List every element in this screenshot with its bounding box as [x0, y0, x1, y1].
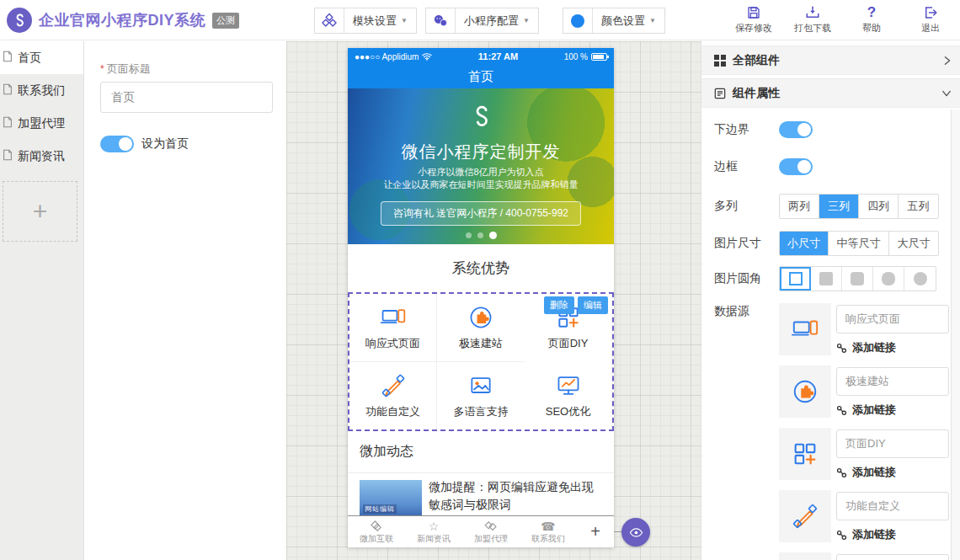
page-item-contact[interactable]: 联系我们	[0, 74, 83, 107]
caret-down-icon: ▼	[401, 17, 408, 24]
image-size-small-selected[interactable]: 小尺寸	[780, 232, 829, 255]
tab-contact[interactable]: ☎ 联系我们	[520, 516, 577, 547]
page-item-news[interactable]: 新闻资讯	[0, 140, 83, 173]
eye-icon	[629, 525, 643, 540]
clock-text: 11:27 AM	[478, 51, 518, 61]
all-components-header[interactable]: 全部组件	[701, 45, 960, 75]
grid-item-label: 页面DIY	[548, 336, 589, 351]
tab-agency[interactable]: 加盟代理	[462, 516, 520, 547]
radius-option-0-selected[interactable]	[780, 267, 811, 291]
datasource-row-clipped	[779, 552, 956, 560]
carousel-dot-active[interactable]	[489, 232, 497, 239]
page-diy-icon	[779, 428, 831, 480]
add-link-button[interactable]: 添加链接	[836, 403, 896, 418]
edit-component-button[interactable]: 编辑	[578, 296, 608, 314]
fast-build-icon	[467, 304, 494, 331]
datasource-title-input[interactable]	[836, 429, 949, 458]
radius-option-4[interactable]	[904, 267, 936, 291]
grid-item-label: 功能自定义	[365, 404, 420, 419]
add-link-button[interactable]: 添加链接	[836, 465, 896, 480]
tab-weijia[interactable]: 微加互联	[348, 516, 405, 547]
page-item-agency[interactable]: 加盟代理	[0, 107, 83, 140]
download-icon	[805, 4, 820, 20]
add-page-button[interactable]: +	[3, 181, 77, 242]
tab-label: 新闻资讯	[417, 533, 451, 545]
datasource-icon	[779, 552, 831, 560]
cubes-icon	[315, 8, 344, 33]
phone-nav-title: 首页	[468, 69, 493, 85]
phone-status-bar: ●●●○○ Applidium 11:27 AM 100 %	[348, 48, 614, 65]
columns-label: 多列	[714, 199, 779, 214]
delete-component-button[interactable]: 删除	[544, 296, 574, 314]
exit-button[interactable]: 退出	[908, 4, 953, 35]
datasource-title-input[interactable]	[836, 554, 949, 560]
exit-label: 退出	[921, 22, 940, 35]
advantages-grid-component-selected[interactable]: 删除 编辑 响应式页面	[348, 292, 614, 431]
hero-banner[interactable]: 微信小程序定制开发 小程序以微信8亿用户为切入点 让企业以及商家在短时间里实现提…	[348, 88, 614, 244]
tab-news[interactable]: ☆ 新闻资讯	[405, 516, 462, 547]
grid-item-fast-build[interactable]: 极速建站	[437, 294, 525, 362]
add-tab-button[interactable]: +	[577, 516, 614, 547]
caret-down-icon: ▼	[523, 17, 530, 24]
preview-button[interactable]	[621, 518, 650, 547]
image-size-large[interactable]: 大尺寸	[889, 232, 938, 255]
tab-label: 微加互联	[360, 533, 393, 545]
caret-down-icon: ▼	[649, 17, 656, 24]
panel-scrollbar[interactable]	[951, 109, 960, 560]
radius-option-2[interactable]	[842, 267, 873, 291]
image-size-medium[interactable]: 中等尺寸	[829, 232, 889, 255]
page-title-input[interactable]	[100, 82, 273, 113]
tags-icon	[484, 520, 498, 533]
set-home-toggle[interactable]	[100, 136, 134, 152]
page-item-home[interactable]: 首页	[0, 41, 83, 74]
hero-cta-pill[interactable]: 咨询有礼 送官网小程序 / 400-0755-992	[381, 201, 581, 226]
page-icon	[2, 116, 13, 131]
miniprogram-config-button[interactable]: 小程序配置 ▼	[425, 8, 539, 34]
color-settings-button[interactable]: 颜色设置 ▼	[563, 8, 665, 34]
grid-item-seo[interactable]: SEO优化	[525, 362, 612, 430]
brand: 企业官网小程序DIY系统 公测	[7, 8, 239, 33]
columns-option-4[interactable]: 四列	[859, 195, 899, 218]
workspace: 首页 联系我们 加盟代理 新闻资讯 +	[0, 41, 960, 560]
datasource-title-input[interactable]	[836, 367, 949, 396]
wifi-icon	[422, 52, 432, 61]
seo-icon	[555, 372, 582, 399]
border-toggle[interactable]	[779, 158, 813, 175]
save-icon	[746, 4, 761, 20]
page-icon	[2, 149, 13, 163]
add-link-button[interactable]: 添加链接	[836, 340, 896, 355]
save-button[interactable]: 保存修改	[731, 4, 776, 35]
grid-item-label: 响应式页面	[365, 336, 420, 351]
selection-actions: 删除 编辑	[544, 296, 608, 314]
help-button[interactable]: ? 帮助	[849, 4, 894, 35]
module-settings-button[interactable]: 模块设置 ▼	[314, 8, 417, 34]
radius-option-1[interactable]	[811, 267, 842, 291]
color-dot-icon	[563, 8, 593, 33]
download-label: 打包下载	[794, 22, 831, 35]
component-panel: 全部组件 组件属性 下边界 边框 多列	[701, 41, 960, 560]
datasource-label: 数据源	[714, 304, 749, 319]
grid-item-multilang[interactable]: 多语言支持	[437, 362, 525, 430]
columns-option-3-selected[interactable]: 三列	[819, 195, 859, 218]
download-button[interactable]: 打包下载	[790, 4, 835, 35]
datasource-row: 添加链接	[779, 365, 956, 418]
image-radius-label: 图片圆角	[714, 271, 779, 286]
carrier-text: ●●●○○ Applidium	[355, 52, 419, 61]
datasource-title-input[interactable]	[836, 305, 949, 333]
component-props-header[interactable]: 组件属性	[701, 78, 960, 108]
custom-function-icon	[380, 372, 407, 399]
diamonds-icon	[370, 520, 383, 533]
columns-option-2[interactable]: 两列	[780, 195, 819, 218]
grid-item-responsive[interactable]: 响应式页面	[349, 294, 437, 362]
radius-option-3[interactable]	[873, 267, 904, 291]
battery-text: 100 %	[564, 52, 588, 61]
add-link-button[interactable]: 添加链接	[836, 527, 896, 542]
wechat-icon	[426, 8, 456, 33]
carousel-dot[interactable]	[466, 232, 472, 238]
grid-item-custom-function[interactable]: 功能自定义	[349, 362, 437, 430]
carousel-dot[interactable]	[477, 232, 483, 238]
columns-option-5[interactable]: 五列	[899, 195, 938, 218]
page-item-label: 新闻资讯	[18, 149, 65, 164]
datasource-title-input[interactable]	[836, 492, 949, 520]
bottom-border-toggle[interactable]	[779, 121, 813, 138]
